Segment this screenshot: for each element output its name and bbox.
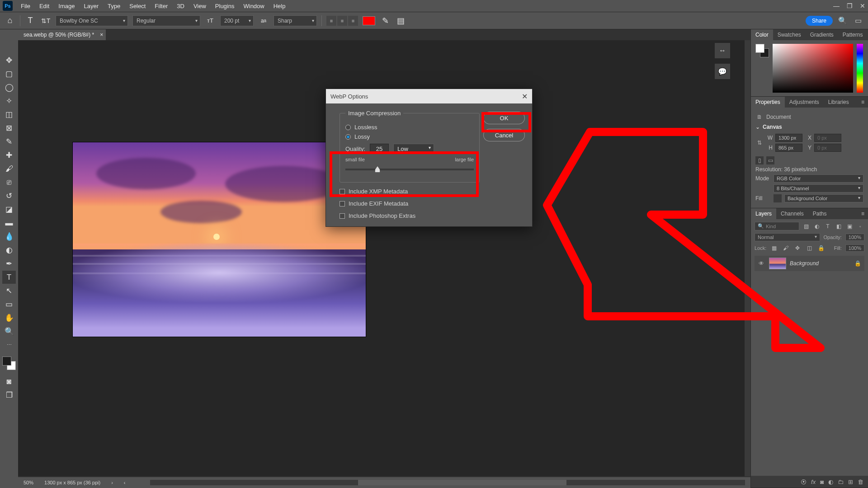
radio-lossless[interactable] (345, 125, 351, 130)
antialias-select[interactable]: Sharp (274, 15, 317, 26)
orientation-landscape-icon[interactable]: ▭ (766, 156, 774, 164)
fg-mini-swatch[interactable] (755, 44, 764, 53)
align-center-icon[interactable]: ≡ (337, 16, 347, 26)
close-tab-icon[interactable]: × (100, 29, 103, 40)
tab-patterns[interactable]: Patterns (838, 29, 868, 40)
font-style-select[interactable]: Regular (132, 15, 200, 26)
marquee-tool-icon[interactable]: ▢ (2, 67, 16, 80)
slider-handle[interactable] (375, 166, 380, 172)
tab-libraries[interactable]: Libraries (824, 97, 854, 108)
document-info[interactable]: 1300 px x 865 px (36 ppi) (44, 480, 100, 485)
layer-row[interactable]: 👁 Background 🔒 (755, 256, 864, 271)
eraser-tool-icon[interactable]: ◪ (2, 203, 16, 216)
fg-bg-mini-swatches[interactable] (755, 44, 769, 57)
width-value[interactable]: 1300 px (775, 134, 802, 142)
layer-fx-icon[interactable]: fx (811, 479, 816, 485)
quality-slider[interactable] (345, 169, 474, 170)
menu-plugins[interactable]: Plugins (211, 0, 239, 12)
filter-pixel-icon[interactable]: ▧ (802, 222, 810, 230)
home-icon[interactable]: ⌂ (5, 15, 15, 26)
crop-tool-icon[interactable]: ◫ (2, 108, 16, 121)
frame-tool-icon[interactable]: ⊠ (2, 122, 16, 135)
fg-bg-swatches[interactable] (2, 357, 16, 370)
history-panel-icon[interactable]: ↔ (715, 43, 730, 58)
lossless-radio-row[interactable]: Lossless (345, 124, 474, 131)
menu-type[interactable]: Type (103, 0, 125, 12)
history-brush-tool-icon[interactable]: ↺ (2, 189, 16, 202)
move-tool-icon[interactable]: ✥ (2, 54, 16, 67)
font-family-select[interactable]: Bowlby One SC (56, 15, 128, 26)
layer-filter-input[interactable]: 🔍 Kind (755, 222, 799, 230)
ok-button[interactable]: OK (483, 112, 525, 124)
chevron-left-icon[interactable]: ‹ (124, 480, 126, 485)
clone-stamp-tool-icon[interactable]: ⎚ (2, 176, 16, 189)
filter-shape-icon[interactable]: ◧ (835, 222, 843, 230)
layer-name[interactable]: Background (790, 260, 819, 267)
magic-wand-tool-icon[interactable]: ✧ (2, 94, 16, 108)
lock-all-icon[interactable]: 🔒 (817, 244, 825, 252)
menu-file[interactable]: File (16, 0, 35, 12)
text-color-swatch[interactable] (363, 16, 375, 25)
panel-menu-icon[interactable]: ≡ (858, 208, 868, 219)
menu-image[interactable]: Image (54, 0, 79, 12)
document-canvas[interactable] (72, 142, 366, 337)
menu-window[interactable]: Window (239, 0, 269, 12)
horizontal-scrollbar[interactable] (150, 480, 745, 485)
height-value[interactable]: 865 px (775, 144, 802, 152)
document-tab[interactable]: sea.webp @ 50% (RGB/8#) * × (18, 29, 106, 40)
gradient-tool-icon[interactable]: ▬ (2, 216, 16, 230)
menu-filter[interactable]: Filter (150, 0, 172, 12)
lock-icon[interactable]: 🔒 (854, 259, 862, 267)
layer-mask-icon[interactable]: ◙ (820, 479, 824, 485)
layer-fill-value[interactable]: 100% (845, 244, 864, 252)
link-icon[interactable]: ⇅ (755, 139, 764, 147)
fill-swatch[interactable] (774, 194, 782, 202)
y-value[interactable]: 0 px (814, 144, 841, 152)
opacity-value[interactable]: 100% (845, 234, 864, 241)
type-tool-icon[interactable]: T (2, 271, 16, 284)
quality-preset-select[interactable]: Low (393, 144, 434, 154)
menu-select[interactable]: Select (125, 0, 150, 12)
tab-properties[interactable]: Properties (751, 97, 785, 108)
lock-transparent-icon[interactable]: ▦ (770, 244, 778, 252)
scrollbar-thumb[interactable] (358, 480, 566, 485)
checkbox-exif[interactable] (340, 201, 345, 206)
text-orientation-icon[interactable]: ⇅T (40, 15, 51, 26)
filter-type-icon[interactable]: T (824, 222, 832, 230)
new-group-icon[interactable]: 🗀 (838, 479, 844, 485)
dodge-tool-icon[interactable]: ◐ (2, 244, 16, 257)
lock-artboard-icon[interactable]: ◫ (805, 244, 813, 252)
align-right-icon[interactable]: ≡ (348, 16, 358, 26)
checkbox-extras[interactable] (340, 213, 345, 219)
dialog-titlebar[interactable]: WebP Options ✕ (326, 89, 532, 103)
warp-text-icon[interactable]: ✎ (380, 15, 391, 26)
tab-color[interactable]: Color (751, 29, 773, 40)
lossy-radio-row[interactable]: Lossy (345, 133, 474, 140)
orientation-portrait-icon[interactable]: ▯ (755, 156, 764, 164)
close-window-icon[interactable]: ✕ (860, 2, 865, 9)
tab-swatches[interactable]: Swatches (773, 29, 806, 40)
share-button[interactable]: Share (806, 16, 833, 26)
brush-tool-icon[interactable]: 🖌 (2, 162, 16, 175)
mode-select[interactable]: RGB Color (774, 174, 863, 183)
maximize-icon[interactable]: ❐ (847, 2, 853, 9)
panel-menu-icon[interactable]: ≡ (858, 97, 868, 108)
tab-adjustments[interactable]: Adjustments (785, 97, 824, 108)
new-layer-icon[interactable]: ⊞ (848, 479, 853, 485)
tab-layers[interactable]: Layers (751, 208, 776, 219)
hand-tool-icon[interactable]: ✋ (2, 311, 16, 324)
hue-strip[interactable] (857, 44, 863, 93)
healing-brush-tool-icon[interactable]: ✚ (2, 149, 16, 162)
radio-lossy[interactable] (345, 134, 351, 140)
xmp-checkbox-row[interactable]: Include XMP Metadata (340, 188, 525, 195)
chevron-down-icon[interactable]: ⌄ (755, 124, 760, 130)
filter-smart-icon[interactable]: ▣ (845, 222, 854, 230)
screen-mode-icon[interactable]: ❐ (2, 389, 16, 402)
quality-input[interactable]: 25 (370, 144, 389, 154)
lock-pixels-icon[interactable]: 🖌 (782, 244, 790, 252)
tab-channels[interactable]: Channels (776, 208, 808, 219)
checkbox-xmp[interactable] (340, 189, 345, 194)
visibility-icon[interactable]: 👁 (757, 259, 765, 267)
filter-toggle-icon[interactable]: ◦ (856, 222, 864, 230)
layer-thumbnail[interactable] (769, 258, 786, 269)
